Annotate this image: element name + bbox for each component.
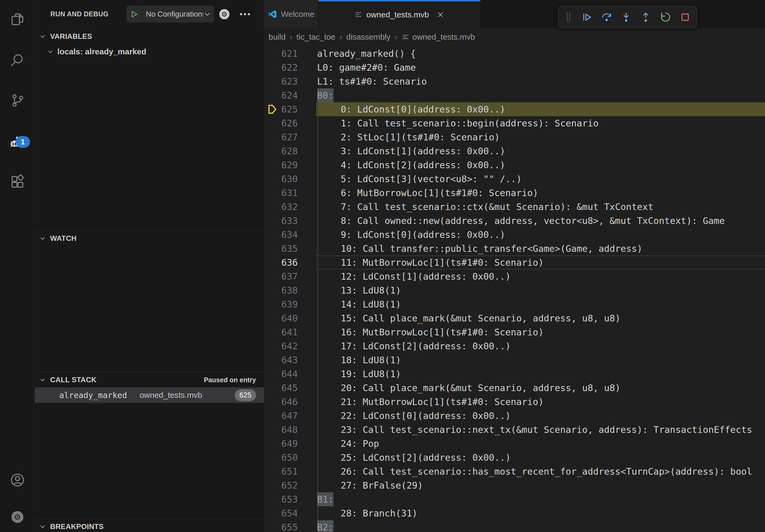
line-content[interactable]: 19: LdU8(1) bbox=[316, 367, 765, 381]
breakpoint-gutter[interactable]: 645 bbox=[264, 381, 316, 395]
code-line-627[interactable]: 6272: StLoc[1](ts#1#0: Scenario) bbox=[264, 130, 765, 144]
code-line-655[interactable]: 655B2: bbox=[264, 520, 765, 532]
breakpoints-section-header[interactable]: BREAKPOINTS bbox=[35, 519, 264, 532]
code-line-654[interactable]: 65428: Branch(31) bbox=[264, 506, 765, 520]
code-line-626[interactable]: 6261: Call test_scenario::begin(address)… bbox=[264, 116, 765, 130]
breakpoint-gutter[interactable]: 650 bbox=[264, 450, 316, 464]
code-editor[interactable]: 621already_marked() {622L0: game#2#0: Ga… bbox=[264, 46, 765, 532]
line-content[interactable]: 2: StLoc[1](ts#1#0: Scenario) bbox=[316, 130, 765, 144]
code-line-629[interactable]: 6294: LdConst[2](address: 0x00..) bbox=[264, 158, 765, 172]
activity-item-accounts[interactable] bbox=[10, 472, 25, 488]
breakpoint-gutter[interactable]: 632 bbox=[264, 200, 316, 214]
code-line-641[interactable]: 64116: MutBorrowLoc[1](ts#1#0: Scenario) bbox=[264, 325, 765, 339]
debug-settings-gear-icon[interactable] bbox=[218, 8, 231, 21]
breakpoint-gutter[interactable]: 626 bbox=[264, 116, 316, 130]
line-content[interactable]: 21: MutBorrowLoc[1](ts#1#0: Scenario) bbox=[316, 395, 765, 409]
tab-owned-tests-mvb[interactable]: owned_tests.mvb bbox=[319, 0, 480, 28]
line-content[interactable]: 5: LdConst[3](vector<u8>: "" /..) bbox=[316, 172, 765, 186]
code-line-631[interactable]: 6316: MutBorrowLoc[1](ts#1#0: Scenario) bbox=[264, 186, 765, 200]
code-line-645[interactable]: 64520: Call place_mark(&mut Scenario, ad… bbox=[264, 381, 765, 395]
more-actions-button[interactable] bbox=[238, 7, 252, 21]
line-content[interactable]: 24: Pop bbox=[316, 437, 765, 450]
code-line-623[interactable]: 623L1: ts#1#0: Scenario bbox=[264, 75, 765, 89]
line-content[interactable]: 13: LdU8(1) bbox=[316, 283, 765, 297]
line-content[interactable]: 16: MutBorrowLoc[1](ts#1#0: Scenario) bbox=[316, 325, 765, 339]
code-line-652[interactable]: 65227: BrFalse(29) bbox=[264, 478, 765, 492]
code-line-643[interactable]: 64318: LdU8(1) bbox=[264, 353, 765, 367]
line-content[interactable]: 12: LdConst[1](address: 0x00..) bbox=[316, 269, 765, 283]
breakpoint-gutter[interactable]: 643 bbox=[264, 353, 316, 367]
code-line-650[interactable]: 65025: LdConst[2](address: 0x00..) bbox=[264, 450, 765, 464]
line-content[interactable]: 1: Call test_scenario::begin(address): S… bbox=[316, 116, 765, 130]
code-line-644[interactable]: 64419: LdU8(1) bbox=[264, 367, 765, 381]
line-content[interactable]: 10: Call transfer::public_transfer<Game>… bbox=[316, 242, 765, 256]
line-content[interactable]: L1: ts#1#0: Scenario bbox=[316, 75, 765, 89]
breakpoint-gutter[interactable]: 640 bbox=[264, 311, 316, 325]
breakpoint-gutter[interactable]: 636 bbox=[264, 256, 316, 269]
code-line-628[interactable]: 6283: LdConst[1](address: 0x00..) bbox=[264, 144, 765, 158]
step-over-button[interactable] bbox=[601, 12, 612, 23]
line-content[interactable]: 26: Call test_scenario::has_most_recent_… bbox=[316, 464, 765, 478]
code-line-625[interactable]: 6250: LdConst[0](address: 0x00..) bbox=[264, 102, 765, 116]
code-line-636[interactable]: 63611: MutBorrowLoc[1](ts#1#0: Scenario) bbox=[264, 256, 765, 269]
activity-item-search[interactable] bbox=[10, 53, 25, 68]
line-content[interactable]: 28: Branch(31) bbox=[316, 506, 765, 520]
line-content[interactable]: 22: LdConst[0](address: 0x00..) bbox=[316, 409, 765, 423]
code-line-637[interactable]: 63712: LdConst[1](address: 0x00..) bbox=[264, 269, 765, 283]
breakpoint-gutter[interactable]: 641 bbox=[264, 325, 316, 339]
breadcrumb-item[interactable]: build bbox=[269, 32, 286, 42]
breakpoint-gutter[interactable]: 655 bbox=[264, 520, 316, 532]
breakpoint-gutter[interactable]: 628 bbox=[264, 144, 316, 158]
breadcrumb-item[interactable]: tic_tac_toe bbox=[297, 32, 335, 42]
breakpoint-gutter[interactable]: 627 bbox=[264, 130, 316, 144]
line-content[interactable]: 14: LdU8(1) bbox=[316, 297, 765, 311]
breakpoint-gutter[interactable]: 625 bbox=[264, 102, 316, 116]
activity-item-source-control[interactable] bbox=[10, 93, 25, 108]
stop-button[interactable] bbox=[679, 12, 691, 23]
watch-section-header[interactable]: WATCH bbox=[35, 231, 264, 246]
restart-button[interactable] bbox=[660, 12, 671, 23]
breakpoint-gutter[interactable]: 647 bbox=[264, 409, 316, 423]
code-line-630[interactable]: 6305: LdConst[3](vector<u8>: "" /..) bbox=[264, 172, 765, 186]
line-content[interactable]: 27: BrFalse(29) bbox=[316, 478, 765, 492]
tab-welcome[interactable]: Welcome bbox=[264, 0, 319, 28]
code-line-638[interactable]: 63813: LdU8(1) bbox=[264, 283, 765, 297]
breakpoint-gutter[interactable]: 623 bbox=[264, 75, 316, 89]
step-into-button[interactable] bbox=[620, 12, 632, 23]
code-line-633[interactable]: 6338: Call owned::new(address, address, … bbox=[264, 214, 765, 228]
code-line-640[interactable]: 64015: Call place_mark(&mut Scenario, ad… bbox=[264, 311, 765, 325]
line-content[interactable]: 17: LdConst[2](address: 0x00..) bbox=[316, 339, 765, 353]
breakpoint-gutter[interactable]: 642 bbox=[264, 339, 316, 353]
code-line-624[interactable]: 624B0: bbox=[264, 89, 765, 102]
call-stack-section-header[interactable]: CALL STACK Paused on entry bbox=[35, 372, 264, 387]
breakpoint-gutter[interactable]: 622 bbox=[264, 61, 316, 75]
activity-item-extensions[interactable] bbox=[10, 174, 25, 189]
breakpoint-gutter[interactable]: 624 bbox=[264, 89, 316, 102]
code-line-648[interactable]: 64823: Call test_scenario::next_tx(&mut … bbox=[264, 423, 765, 437]
breakpoint-gutter[interactable]: 634 bbox=[264, 228, 316, 242]
activity-item-explorer[interactable] bbox=[10, 12, 25, 27]
breakpoint-gutter[interactable]: 633 bbox=[264, 214, 316, 228]
breakpoint-gutter[interactable]: 635 bbox=[264, 242, 316, 256]
line-content[interactable]: 18: LdU8(1) bbox=[316, 353, 765, 367]
line-content[interactable]: 11: MutBorrowLoc[1](ts#1#0: Scenario) bbox=[316, 256, 765, 269]
debug-config-dropdown[interactable]: No Configurations bbox=[143, 6, 214, 23]
breakpoint-gutter[interactable]: 621 bbox=[264, 47, 316, 61]
breakpoint-gutter[interactable]: 646 bbox=[264, 395, 316, 409]
line-content[interactable]: 15: Call place_mark(&mut Scenario, addre… bbox=[316, 311, 765, 325]
continue-button[interactable] bbox=[581, 12, 592, 23]
drag-handle-button[interactable] bbox=[564, 11, 573, 23]
breakpoint-gutter[interactable]: 651 bbox=[264, 464, 316, 478]
breakpoint-gutter[interactable]: 638 bbox=[264, 283, 316, 297]
breakpoint-gutter[interactable]: 629 bbox=[264, 158, 316, 172]
line-content[interactable]: 3: LdConst[1](address: 0x00..) bbox=[316, 144, 765, 158]
line-content[interactable]: L0: game#2#0: Game bbox=[316, 61, 765, 75]
line-content[interactable]: 7: Call test_scenario::ctx(&mut Scenario… bbox=[316, 200, 765, 214]
variables-scope-locals[interactable]: locals: already_marked bbox=[35, 44, 264, 60]
activity-item-run-and-debug[interactable]: 1 bbox=[10, 133, 25, 149]
line-content[interactable]: 23: Call test_scenario::next_tx(&mut Sce… bbox=[316, 423, 765, 437]
start-debugging-button[interactable] bbox=[127, 6, 142, 23]
code-line-647[interactable]: 64722: LdConst[0](address: 0x00..) bbox=[264, 409, 765, 423]
breakpoint-gutter[interactable]: 649 bbox=[264, 437, 316, 450]
breakpoint-gutter[interactable]: 652 bbox=[264, 478, 316, 492]
